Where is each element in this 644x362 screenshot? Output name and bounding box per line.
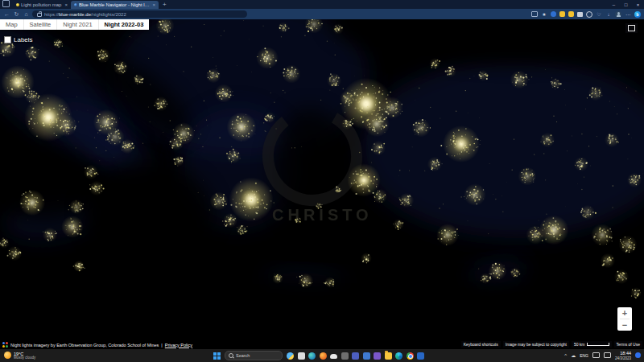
firefox-icon[interactable]	[320, 352, 327, 360]
zoom-in-button[interactable]: +	[617, 307, 632, 319]
taskbar-search[interactable]: Search	[225, 351, 283, 360]
attribution-text: Night lights imagery by Earth Observatio…	[10, 343, 159, 348]
screenshot-icon[interactable]	[577, 12, 583, 17]
onedrive-cloud-icon[interactable]: ☁	[571, 353, 576, 358]
search-icon	[229, 353, 233, 358]
map-footer: Keyboard shortcuts Image may be subject …	[461, 341, 642, 348]
tab-actions-icon[interactable]	[2, 0, 10, 7]
scale-label: 50 km	[574, 342, 585, 347]
window-close-button[interactable]: ×	[632, 0, 644, 9]
zoom-out-button[interactable]: −	[617, 319, 632, 331]
map-attribution: Night lights imagery by Earth Observatio…	[2, 342, 192, 348]
display-cast-icon[interactable]	[604, 352, 611, 358]
map-zoom-control: + −	[617, 307, 632, 331]
map-mode-satellite[interactable]: Satellite	[23, 19, 57, 30]
weather-text: 19°C Mostly cloudy	[14, 352, 35, 360]
taskbar-apps	[287, 352, 424, 360]
weather-widget[interactable]: 19°C Mostly cloudy	[0, 352, 35, 360]
weather-condition: Mostly cloudy	[14, 356, 35, 360]
widgets-icon[interactable]	[287, 352, 294, 360]
url-text: https://blue-marble.de/nightlights/2022	[44, 12, 126, 17]
app-icon[interactable]	[308, 352, 316, 360]
copyright-notice: Image may be subject to copyright	[503, 341, 569, 348]
labels-label: Labels	[14, 36, 33, 43]
toolbar-extension-icons: ★ ♡ ↓ ⋯ b	[531, 11, 641, 18]
map-mode-night-2022-03[interactable]: Night 2022-03	[98, 19, 150, 30]
extension-circle-icon[interactable]	[586, 11, 592, 18]
downloads-icon[interactable]: ↓	[605, 11, 612, 18]
bing-copilot-icon[interactable]: b	[634, 11, 641, 18]
edge-icon[interactable]	[395, 352, 402, 360]
taskbar-center: Search	[213, 349, 424, 362]
notification-badge[interactable]	[635, 352, 641, 358]
privacy-policy-link[interactable]: Privacy Policy	[165, 343, 192, 348]
more-menu-icon[interactable]: ⋯	[625, 11, 631, 18]
window-minimize-button[interactable]: –	[608, 0, 620, 9]
profile-avatar[interactable]	[615, 11, 621, 18]
browser-tab-strip: Light pollution map × Blue Marble Naviga…	[0, 0, 644, 9]
split-screen-icon[interactable]	[531, 11, 538, 17]
tab-favicon	[74, 3, 77, 6]
labels-checkbox[interactable]	[4, 36, 11, 43]
store-icon[interactable]	[341, 352, 349, 360]
window-maximize-button[interactable]: □	[620, 0, 632, 9]
app-icon[interactable]	[352, 352, 359, 360]
tab-title: Light pollution map	[21, 2, 61, 7]
language-indicator[interactable]: ENG	[580, 353, 588, 358]
map-mode-night-2021[interactable]: Night 2021	[56, 19, 97, 30]
collections-heart-icon[interactable]: ♡	[596, 11, 602, 18]
start-button[interactable]	[213, 352, 221, 360]
weather-sun-icon	[4, 352, 11, 359]
tray-chevron-icon[interactable]: ^	[564, 353, 567, 358]
night-lights-canvas: CHRISTO	[0, 19, 644, 349]
chrome-icon[interactable]	[407, 352, 414, 360]
map-mode-map[interactable]: Map	[0, 19, 23, 30]
password-lock-icon[interactable]	[559, 11, 565, 17]
night-lights-map[interactable]: CHRISTO Map Satellite Night 2021 Night 2…	[0, 19, 644, 349]
extension-icon[interactable]	[551, 11, 556, 17]
password-lock-icon[interactable]	[568, 11, 574, 17]
task-view-icon[interactable]	[298, 352, 305, 360]
touch-keyboard-icon[interactable]	[592, 352, 600, 358]
back-icon[interactable]: ←	[3, 9, 10, 19]
tab-light-pollution-map[interactable]: Light pollution map ×	[13, 1, 71, 9]
scale-bar	[587, 343, 609, 346]
windows-taskbar: 19°C Mostly cloudy Search	[0, 349, 644, 362]
window-controls: – □ ×	[608, 0, 644, 9]
map-type-switcher: Map Satellite Night 2021 Night 2022-03	[0, 19, 149, 30]
address-bar[interactable]: https://blue-marble.de/nightlights/2022	[32, 10, 247, 18]
desktop-screen: Light pollution map × Blue Marble Naviga…	[0, 0, 644, 362]
tab-title: Blue Marble Navigator - Night l…	[79, 2, 150, 7]
file-explorer-icon[interactable]	[385, 352, 392, 360]
system-tray: ^ ☁ ENG 18:44 24/3/2023	[564, 351, 644, 360]
attribution-separator: |	[161, 343, 162, 348]
watermark-text: CHRISTO	[272, 206, 373, 224]
refresh-icon[interactable]: ↻	[13, 9, 20, 19]
scale-control: 50 km	[572, 341, 612, 348]
onedrive-icon[interactable]	[330, 354, 337, 359]
terms-of-use-link[interactable]: Terms of Use	[614, 341, 642, 348]
tab-close-icon[interactable]: ×	[64, 2, 68, 7]
keyboard-shortcuts-link[interactable]: Keyboard shortcuts	[461, 341, 501, 348]
tab-favicon	[16, 3, 19, 6]
clock-date: 24/3/2023	[615, 356, 631, 360]
home-icon[interactable]: ⌂	[23, 9, 30, 19]
fullscreen-icon	[628, 25, 635, 31]
taskbar-clock[interactable]: 18:44 24/3/2023	[615, 351, 631, 360]
labels-control: Labels	[4, 36, 33, 43]
tab-close-icon[interactable]: ×	[153, 2, 156, 7]
fullscreen-button[interactable]	[625, 23, 638, 33]
search-placeholder: Search	[236, 353, 250, 358]
lock-icon	[37, 13, 42, 17]
favorites-star-icon[interactable]: ★	[541, 11, 547, 18]
app-icon[interactable]	[417, 352, 424, 360]
app-icon[interactable]	[374, 352, 381, 360]
site-logo	[2, 342, 8, 348]
browser-toolbar: ← ↻ ⌂ https://blue-marble.de/nightlights…	[0, 9, 644, 19]
app-icon[interactable]	[363, 352, 370, 360]
new-tab-button[interactable]: +	[163, 1, 167, 8]
tab-blue-marble-navigator[interactable]: Blue Marble Navigator - Night l… ×	[71, 1, 159, 9]
